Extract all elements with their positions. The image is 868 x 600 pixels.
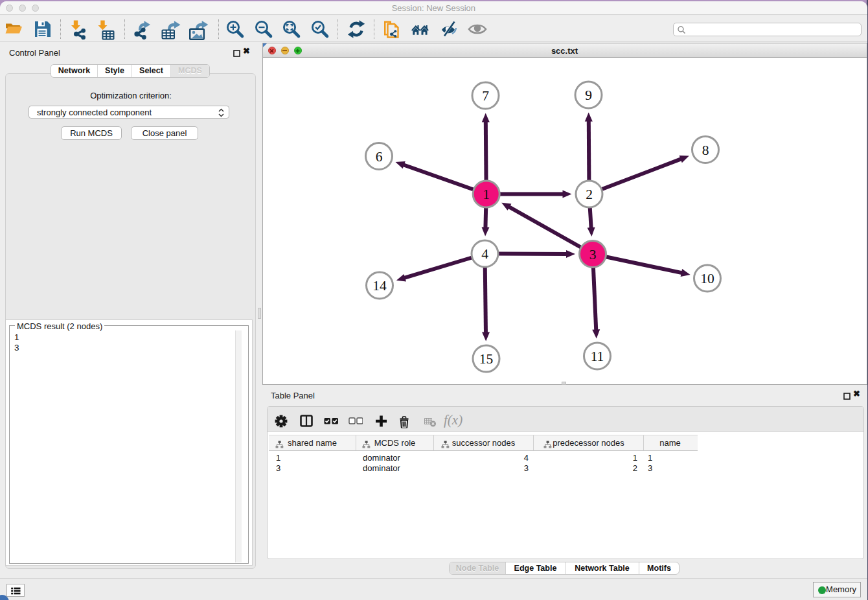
svg-text:9: 9 bbox=[585, 87, 592, 103]
svg-text:8: 8 bbox=[702, 143, 709, 158]
svg-text:7: 7 bbox=[482, 88, 489, 104]
svg-text:11: 11 bbox=[591, 349, 604, 364]
svg-text:10: 10 bbox=[700, 271, 714, 286]
svg-text:4: 4 bbox=[481, 246, 488, 262]
svg-text:2: 2 bbox=[586, 187, 593, 202]
svg-text:15: 15 bbox=[479, 351, 494, 367]
svg-text:3: 3 bbox=[589, 247, 597, 262]
svg-text:1: 1 bbox=[483, 187, 490, 202]
svg-text:6: 6 bbox=[376, 149, 383, 165]
svg-text:14: 14 bbox=[372, 278, 387, 294]
